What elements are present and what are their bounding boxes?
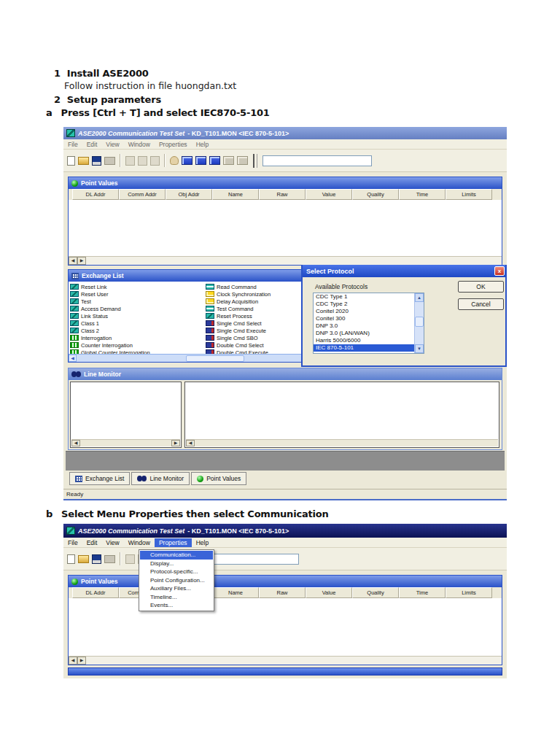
scroll-left-icon[interactable]: ◀ xyxy=(71,440,80,446)
protocol-item[interactable]: Conitel 2020 xyxy=(314,308,414,315)
app-title: ASE2000 Communication Test Set xyxy=(78,130,184,137)
properties-menu-item[interactable]: Point Configuration... xyxy=(140,576,213,585)
exchange-item-label: Link Status xyxy=(81,313,108,320)
toolbar-combobox[interactable] xyxy=(262,155,372,166)
save-icon[interactable] xyxy=(92,156,101,166)
protocol-item[interactable]: IEC 870-5-101 xyxy=(314,344,414,352)
scroll-left-icon[interactable]: ◀ xyxy=(186,440,195,446)
menu-item[interactable]: Properties xyxy=(155,538,192,547)
protocol-item[interactable]: DNP 3.0 (LAN/WAN) xyxy=(314,330,414,337)
menu-item[interactable]: File xyxy=(63,538,82,547)
scroll-left-icon[interactable]: ◀ xyxy=(69,657,77,665)
point-values-body xyxy=(69,598,502,657)
column-header[interactable]: Quality xyxy=(352,587,399,598)
ok-button[interactable]: OK xyxy=(458,281,504,293)
exchange-item[interactable]: Class 2 xyxy=(70,327,206,334)
print-icon[interactable] xyxy=(104,157,115,165)
exchange-item[interactable]: Counter Interrogation xyxy=(70,341,206,349)
properties-menu-item[interactable]: Timeline... xyxy=(140,593,213,602)
monitor-blue-icon-2[interactable] xyxy=(195,156,206,165)
menu-item[interactable]: Edit xyxy=(82,538,102,547)
protocol-item[interactable]: CDC Type 1 xyxy=(314,293,414,301)
scrollbar-thumb[interactable] xyxy=(415,317,424,327)
exchange-item[interactable]: Class 1 xyxy=(70,320,206,327)
open-file-icon[interactable] xyxy=(78,157,89,165)
column-header[interactable]: Limits xyxy=(446,189,492,200)
column-header[interactable]: Time xyxy=(399,587,446,598)
menu-item[interactable]: Help xyxy=(192,538,213,547)
cut-icon[interactable] xyxy=(125,156,135,166)
monitor-blue-icon-3[interactable] xyxy=(209,156,220,165)
exchange-item[interactable]: Reset User xyxy=(70,290,206,298)
dock-area xyxy=(66,451,505,471)
paste-icon[interactable] xyxy=(150,156,160,166)
exchange-item-icon xyxy=(206,342,214,348)
step-b-heading: b Select Menu Properties then select Com… xyxy=(46,508,329,519)
view-tab[interactable]: Point Values xyxy=(191,472,246,485)
properties-menu-item[interactable]: Display... xyxy=(140,560,213,568)
toolbar-grip xyxy=(253,154,257,168)
view-tab[interactable]: Line Monitor xyxy=(131,472,190,485)
scroll-down-icon[interactable]: ▼ xyxy=(415,344,424,353)
close-icon[interactable]: x xyxy=(494,266,505,276)
point-values-body xyxy=(69,200,502,258)
scroll-right-icon[interactable]: ▶ xyxy=(77,257,86,265)
exchange-item[interactable]: Reset Link xyxy=(70,283,206,290)
exchange-item[interactable]: Interrogation xyxy=(70,334,206,341)
column-header[interactable]: DL Addr xyxy=(72,189,119,200)
exchange-item[interactable]: Test xyxy=(70,298,206,305)
monitor-blue-icon-1[interactable] xyxy=(182,156,192,165)
protocol-item[interactable]: Conitel 300 xyxy=(314,315,414,322)
new-file-icon[interactable] xyxy=(67,554,75,564)
properties-menu-item[interactable]: Protocol-specific... xyxy=(140,568,213,576)
column-header[interactable]: Comm Addr xyxy=(119,189,166,200)
save-icon[interactable] xyxy=(92,554,101,564)
properties-menu-item[interactable]: Events... xyxy=(140,601,213,610)
scroll-right-icon[interactable]: ▶ xyxy=(171,440,180,446)
cancel-button[interactable]: Cancel xyxy=(458,298,504,310)
view-tab[interactable]: Exchange List xyxy=(69,472,130,485)
copy-icon[interactable] xyxy=(138,156,147,166)
menu-item[interactable]: Edit xyxy=(82,140,102,149)
properties-menu-item[interactable]: Auxiliary Files... xyxy=(140,584,213,593)
protocol-item[interactable]: DNP 3.0 xyxy=(314,322,414,330)
column-header[interactable]: Quality xyxy=(352,189,399,200)
cut-icon[interactable] xyxy=(125,554,135,564)
column-header[interactable]: Name xyxy=(212,189,259,200)
print-icon[interactable] xyxy=(104,555,115,563)
column-header[interactable]: DL Addr xyxy=(72,587,119,598)
menu-item[interactable]: Window xyxy=(124,538,155,547)
column-header[interactable]: Raw xyxy=(259,189,306,200)
monitor-gray-icon-2[interactable] xyxy=(237,156,248,165)
column-header[interactable]: Obj Addr xyxy=(166,189,212,200)
column-header[interactable]: Value xyxy=(306,189,352,200)
open-file-icon[interactable] xyxy=(78,555,89,563)
menu-item[interactable]: Properties xyxy=(155,140,192,149)
column-header[interactable]: Raw xyxy=(259,587,306,598)
exchange-item[interactable]: Link Status xyxy=(70,312,206,320)
column-header[interactable]: Value xyxy=(306,587,352,598)
exchange-item-label: Class 1 xyxy=(81,320,99,327)
column-header[interactable]: Name xyxy=(212,587,259,598)
monitor-gray-icon-1[interactable] xyxy=(223,156,234,165)
column-header[interactable]: Limits xyxy=(446,587,492,598)
protocol-item[interactable]: CDC Type 2 xyxy=(314,301,414,308)
menu-item[interactable]: File xyxy=(63,140,82,149)
new-file-icon[interactable] xyxy=(67,156,75,166)
column-header[interactable]: Time xyxy=(399,189,446,200)
menu-item[interactable]: View xyxy=(101,538,123,547)
menu-item[interactable]: Help xyxy=(192,140,213,149)
exchange-item-icon xyxy=(206,284,214,290)
exchange-item[interactable]: Access Demand xyxy=(70,305,206,312)
exchange-item-icon xyxy=(70,284,79,290)
scroll-up-icon[interactable]: ▲ xyxy=(415,293,424,302)
protocol-item[interactable]: Harris 5000/6000 xyxy=(314,337,414,344)
menu-item[interactable]: View xyxy=(101,140,123,149)
scroll-right-icon[interactable]: ▶ xyxy=(77,657,86,665)
scroll-left-icon[interactable]: ◀ xyxy=(69,355,77,362)
scroll-left-icon[interactable]: ◀ xyxy=(69,257,77,265)
hand-icon[interactable] xyxy=(170,156,179,165)
properties-menu-item[interactable]: Communication... xyxy=(140,551,213,560)
menu-item[interactable]: Window xyxy=(124,140,155,149)
scrollbar-thumb[interactable] xyxy=(186,355,244,362)
